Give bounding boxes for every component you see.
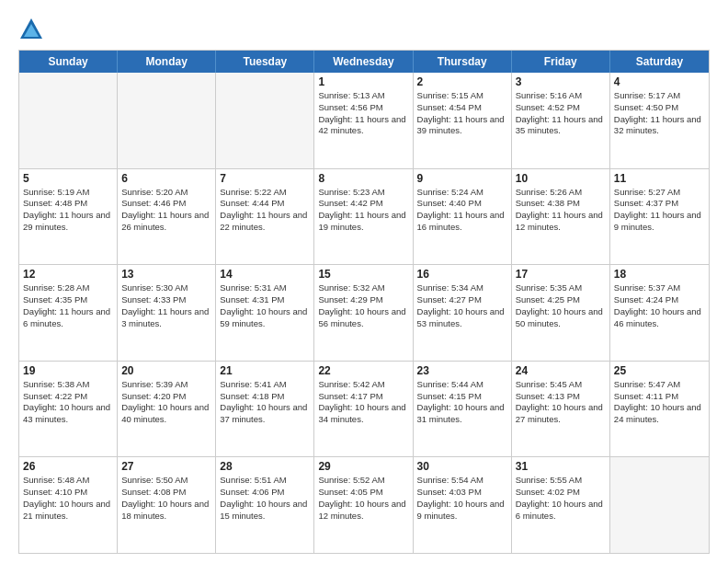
- weekday-header-tuesday: Tuesday: [216, 51, 314, 73]
- calendar-cell: [216, 73, 314, 168]
- day-info: Sunrise: 5:54 AM Sunset: 4:03 PM Dayligh…: [417, 475, 507, 522]
- calendar-cell: 21Sunrise: 5:41 AM Sunset: 4:18 PM Dayli…: [216, 362, 314, 457]
- day-info: Sunrise: 5:44 AM Sunset: 4:15 PM Dayligh…: [417, 379, 507, 426]
- day-info: Sunrise: 5:55 AM Sunset: 4:02 PM Dayligh…: [516, 475, 606, 522]
- calendar-cell: 1Sunrise: 5:13 AM Sunset: 4:56 PM Daylig…: [314, 73, 413, 168]
- day-info: Sunrise: 5:13 AM Sunset: 4:56 PM Dayligh…: [318, 90, 408, 137]
- day-number: 22: [318, 364, 408, 377]
- calendar-cell: [19, 73, 118, 168]
- day-number: 1: [318, 75, 408, 88]
- calendar-cell: [118, 73, 216, 168]
- weekday-header-saturday: Saturday: [610, 51, 709, 73]
- day-info: Sunrise: 5:38 AM Sunset: 4:22 PM Dayligh…: [23, 379, 113, 426]
- calendar-cell: 28Sunrise: 5:51 AM Sunset: 4:06 PM Dayli…: [216, 457, 314, 553]
- day-number: 5: [23, 172, 113, 185]
- day-info: Sunrise: 5:24 AM Sunset: 4:40 PM Dayligh…: [417, 187, 507, 234]
- page: SundayMondayTuesdayWednesdayThursdayFrid…: [0, 0, 728, 563]
- day-info: Sunrise: 5:39 AM Sunset: 4:20 PM Dayligh…: [121, 379, 211, 426]
- calendar-cell: 25Sunrise: 5:47 AM Sunset: 4:11 PM Dayli…: [610, 362, 709, 457]
- day-info: Sunrise: 5:20 AM Sunset: 4:46 PM Dayligh…: [121, 187, 211, 234]
- calendar-cell: 5Sunrise: 5:19 AM Sunset: 4:48 PM Daylig…: [19, 169, 118, 265]
- day-info: Sunrise: 5:32 AM Sunset: 4:29 PM Dayligh…: [318, 282, 408, 329]
- day-number: 28: [220, 460, 310, 473]
- day-number: 7: [220, 172, 310, 185]
- day-number: 4: [614, 75, 705, 88]
- day-info: Sunrise: 5:17 AM Sunset: 4:50 PM Dayligh…: [614, 90, 705, 137]
- day-number: 9: [417, 172, 507, 185]
- day-info: Sunrise: 5:52 AM Sunset: 4:05 PM Dayligh…: [318, 475, 408, 522]
- day-info: Sunrise: 5:50 AM Sunset: 4:08 PM Dayligh…: [121, 475, 211, 522]
- day-number: 14: [220, 268, 310, 281]
- calendar-cell: 9Sunrise: 5:24 AM Sunset: 4:40 PM Daylig…: [414, 169, 512, 265]
- calendar-cell: 12Sunrise: 5:28 AM Sunset: 4:35 PM Dayli…: [19, 265, 118, 361]
- calendar-cell: 17Sunrise: 5:35 AM Sunset: 4:25 PM Dayli…: [512, 265, 610, 361]
- calendar-body: 1Sunrise: 5:13 AM Sunset: 4:56 PM Daylig…: [19, 73, 709, 553]
- weekday-header-thursday: Thursday: [414, 51, 512, 73]
- day-number: 16: [417, 268, 507, 281]
- day-info: Sunrise: 5:51 AM Sunset: 4:06 PM Dayligh…: [220, 475, 310, 522]
- day-number: 10: [516, 172, 606, 185]
- day-number: 8: [318, 172, 408, 185]
- day-number: 21: [220, 364, 310, 377]
- calendar-cell: 3Sunrise: 5:16 AM Sunset: 4:52 PM Daylig…: [512, 73, 610, 168]
- calendar-cell: 31Sunrise: 5:55 AM Sunset: 4:02 PM Dayli…: [512, 457, 610, 553]
- weekday-header-monday: Monday: [118, 51, 216, 73]
- calendar-week-2: 5Sunrise: 5:19 AM Sunset: 4:48 PM Daylig…: [19, 168, 709, 265]
- day-number: 17: [516, 268, 606, 281]
- header: [18, 17, 710, 42]
- day-info: Sunrise: 5:37 AM Sunset: 4:24 PM Dayligh…: [614, 282, 705, 329]
- logo: [18, 17, 48, 42]
- day-info: Sunrise: 5:19 AM Sunset: 4:48 PM Dayligh…: [23, 187, 113, 234]
- calendar-cell: 16Sunrise: 5:34 AM Sunset: 4:27 PM Dayli…: [414, 265, 512, 361]
- calendar-cell: 27Sunrise: 5:50 AM Sunset: 4:08 PM Dayli…: [118, 457, 216, 553]
- calendar-cell: 2Sunrise: 5:15 AM Sunset: 4:54 PM Daylig…: [414, 73, 512, 168]
- day-info: Sunrise: 5:47 AM Sunset: 4:11 PM Dayligh…: [614, 379, 705, 426]
- calendar-cell: 20Sunrise: 5:39 AM Sunset: 4:20 PM Dayli…: [118, 362, 216, 457]
- calendar-cell: 29Sunrise: 5:52 AM Sunset: 4:05 PM Dayli…: [314, 457, 413, 553]
- day-info: Sunrise: 5:35 AM Sunset: 4:25 PM Dayligh…: [516, 282, 606, 329]
- calendar-cell: 23Sunrise: 5:44 AM Sunset: 4:15 PM Dayli…: [414, 362, 512, 457]
- calendar-cell: 11Sunrise: 5:27 AM Sunset: 4:37 PM Dayli…: [610, 169, 709, 265]
- calendar-header: SundayMondayTuesdayWednesdayThursdayFrid…: [19, 51, 709, 73]
- calendar-cell: 8Sunrise: 5:23 AM Sunset: 4:42 PM Daylig…: [314, 169, 413, 265]
- day-number: 13: [121, 268, 211, 281]
- day-number: 19: [23, 364, 113, 377]
- day-number: 20: [121, 364, 211, 377]
- weekday-header-friday: Friday: [512, 51, 610, 73]
- calendar-week-1: 1Sunrise: 5:13 AM Sunset: 4:56 PM Daylig…: [19, 73, 709, 168]
- day-info: Sunrise: 5:48 AM Sunset: 4:10 PM Dayligh…: [23, 475, 113, 522]
- calendar-cell: 4Sunrise: 5:17 AM Sunset: 4:50 PM Daylig…: [610, 73, 709, 168]
- day-number: 29: [318, 460, 408, 473]
- day-info: Sunrise: 5:16 AM Sunset: 4:52 PM Dayligh…: [516, 90, 606, 137]
- logo-icon: [18, 17, 44, 42]
- calendar-cell: 7Sunrise: 5:22 AM Sunset: 4:44 PM Daylig…: [216, 169, 314, 265]
- day-number: 15: [318, 268, 408, 281]
- calendar-cell: 13Sunrise: 5:30 AM Sunset: 4:33 PM Dayli…: [118, 265, 216, 361]
- calendar-week-4: 19Sunrise: 5:38 AM Sunset: 4:22 PM Dayli…: [19, 361, 709, 457]
- day-number: 3: [516, 75, 606, 88]
- day-info: Sunrise: 5:41 AM Sunset: 4:18 PM Dayligh…: [220, 379, 310, 426]
- calendar-week-3: 12Sunrise: 5:28 AM Sunset: 4:35 PM Dayli…: [19, 264, 709, 361]
- weekday-header-wednesday: Wednesday: [314, 51, 413, 73]
- calendar-cell: 22Sunrise: 5:42 AM Sunset: 4:17 PM Dayli…: [314, 362, 413, 457]
- day-number: 30: [417, 460, 507, 473]
- day-number: 11: [614, 172, 705, 185]
- day-info: Sunrise: 5:30 AM Sunset: 4:33 PM Dayligh…: [121, 282, 211, 329]
- calendar-cell: 15Sunrise: 5:32 AM Sunset: 4:29 PM Dayli…: [314, 265, 413, 361]
- day-number: 27: [121, 460, 211, 473]
- calendar-cell: [610, 457, 709, 553]
- day-info: Sunrise: 5:28 AM Sunset: 4:35 PM Dayligh…: [23, 282, 113, 329]
- day-info: Sunrise: 5:34 AM Sunset: 4:27 PM Dayligh…: [417, 282, 507, 329]
- calendar-cell: 26Sunrise: 5:48 AM Sunset: 4:10 PM Dayli…: [19, 457, 118, 553]
- day-number: 6: [121, 172, 211, 185]
- day-info: Sunrise: 5:15 AM Sunset: 4:54 PM Dayligh…: [417, 90, 507, 137]
- day-info: Sunrise: 5:42 AM Sunset: 4:17 PM Dayligh…: [318, 379, 408, 426]
- calendar-cell: 18Sunrise: 5:37 AM Sunset: 4:24 PM Dayli…: [610, 265, 709, 361]
- calendar-cell: 10Sunrise: 5:26 AM Sunset: 4:38 PM Dayli…: [512, 169, 610, 265]
- calendar-cell: 19Sunrise: 5:38 AM Sunset: 4:22 PM Dayli…: [19, 362, 118, 457]
- day-number: 25: [614, 364, 705, 377]
- calendar-cell: 6Sunrise: 5:20 AM Sunset: 4:46 PM Daylig…: [118, 169, 216, 265]
- day-number: 23: [417, 364, 507, 377]
- calendar-cell: 14Sunrise: 5:31 AM Sunset: 4:31 PM Dayli…: [216, 265, 314, 361]
- day-number: 12: [23, 268, 113, 281]
